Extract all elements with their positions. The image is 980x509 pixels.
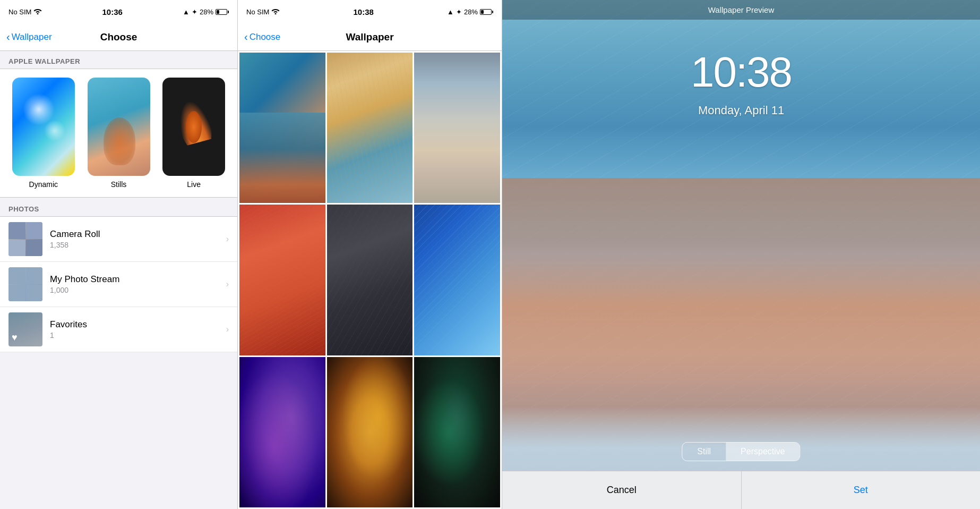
status-bar-left: No SIM — [8, 7, 42, 16]
preview-date: Monday, April 11 — [502, 104, 980, 117]
status-bar-panel2: No SIM 10:38 ▲ ✦ 28% — [238, 0, 502, 23]
battery-percent-p2: 28% — [464, 8, 478, 16]
bluetooth-icon: ✦ — [192, 8, 197, 16]
camera-roll-count: 1,358 — [50, 241, 226, 249]
photo-album-camera-roll[interactable]: Camera Roll 1,358 › — [0, 217, 237, 262]
panel-wallpaper-grid: No SIM 10:38 ▲ ✦ 28% ‹ Choose Wallpaper — [238, 0, 502, 509]
wallpaper-image-grid — [238, 51, 502, 509]
status-bar-time-panel1: 10:36 — [102, 7, 123, 16]
battery-icon-p2 — [480, 9, 493, 15]
nav-bar-panel2: ‹ Choose Wallpaper — [238, 23, 502, 51]
wifi-icon — [33, 7, 42, 16]
photo-stream-thumb-bg — [8, 267, 42, 301]
photo-stream-info: My Photo Stream 1,000 — [50, 274, 226, 294]
live-label: Live — [187, 180, 201, 189]
preview-title-text: Wallpaper Preview — [708, 5, 775, 14]
back-button-panel2[interactable]: ‹ Choose — [244, 31, 280, 43]
wallpaper-cell-1[interactable] — [239, 53, 325, 203]
set-button[interactable]: Set — [742, 471, 981, 509]
back-label: Wallpaper — [12, 32, 52, 43]
camera-roll-info: Camera Roll 1,358 — [50, 229, 226, 249]
page-title-panel2: Wallpaper — [346, 31, 393, 43]
photo-stream-thumb — [8, 267, 42, 301]
favorites-thumb: ♥ — [8, 312, 42, 346]
live-thumb-bg — [162, 78, 225, 176]
wallpaper-cell-3[interactable] — [414, 53, 500, 203]
wallpaper-cell-5[interactable] — [327, 205, 413, 355]
battery-tip-p2 — [492, 11, 493, 13]
toggle-perspective-button[interactable]: Perspective — [726, 443, 800, 461]
wallpaper-type-dynamic[interactable]: Dynamic — [8, 78, 79, 189]
bluetooth-icon-p2: ✦ — [456, 8, 462, 16]
cancel-button[interactable]: Cancel — [502, 471, 741, 509]
favorites-thumb-bg: ♥ — [8, 312, 42, 346]
wallpaper-type-grid: Dynamic Stills Live — [0, 69, 237, 198]
wallpaper-cell-4[interactable] — [239, 205, 325, 355]
photos-section-header: PHOTOS — [0, 198, 237, 216]
stills-thumb-bg — [88, 78, 150, 176]
preview-title-bar: Wallpaper Preview — [502, 0, 980, 20]
panel-wallpaper-preview: Wallpaper Preview 10:38 Monday, April 11… — [502, 0, 980, 509]
camera-roll-chevron: › — [226, 234, 229, 244]
status-bar-right-panel1: ▲ ✦ 28% — [183, 8, 229, 16]
photo-stream-name: My Photo Stream — [50, 274, 226, 285]
photo-stream-chevron: › — [226, 279, 229, 289]
panel-choose-wallpaper: No SIM 10:36 ▲ ✦ 28% ‹ Wallpaper Choose … — [0, 0, 238, 509]
battery-icon — [216, 9, 229, 15]
wallpaper-type-live[interactable]: Live — [159, 78, 229, 189]
favorites-name: Favorites — [50, 319, 226, 330]
no-sim-label: No SIM — [8, 8, 31, 16]
camera-roll-thumb-bg — [8, 222, 42, 256]
wallpaper-type-stills[interactable]: Stills — [84, 78, 154, 189]
dynamic-thumb-bg — [12, 78, 75, 176]
wallpaper-cell-8[interactable] — [327, 357, 413, 507]
toggle-still-button[interactable]: Still — [682, 443, 726, 461]
battery-tip — [228, 11, 229, 13]
page-title-panel1: Choose — [100, 31, 137, 43]
live-thumb — [162, 78, 225, 176]
favorites-count: 1 — [50, 331, 226, 340]
heart-icon: ♥ — [12, 332, 18, 343]
apple-wallpaper-section-header: APPLE WALLPAPER — [0, 51, 237, 69]
battery-body — [216, 9, 227, 15]
svg-point-0 — [37, 13, 39, 15]
preview-bottom-bar: Cancel Set — [502, 471, 980, 509]
wallpaper-cell-6[interactable] — [414, 205, 500, 355]
back-label-p2: Choose — [250, 32, 281, 43]
back-chevron-icon-p2: ‹ — [244, 31, 248, 43]
stills-thumb — [88, 78, 150, 176]
wallpaper-cell-7[interactable] — [239, 357, 325, 507]
wifi-icon-p2 — [271, 7, 280, 16]
status-bar-time-panel2: 10:38 — [354, 7, 374, 16]
battery-fill-p2 — [481, 10, 484, 14]
dynamic-label: Dynamic — [29, 180, 58, 189]
battery-percent: 28% — [200, 8, 213, 16]
no-sim-label-p2: No SIM — [246, 8, 269, 16]
svg-point-1 — [275, 13, 277, 15]
stills-label: Stills — [111, 180, 127, 189]
back-chevron-icon: ‹ — [6, 31, 10, 43]
favorites-info: Favorites 1 — [50, 319, 226, 340]
location-icon-p2: ▲ — [447, 8, 454, 16]
battery-body-p2 — [480, 9, 492, 15]
status-bar-right-p2: ▲ ✦ 28% — [447, 8, 493, 16]
photo-album-favorites[interactable]: ♥ Favorites 1 › — [0, 307, 237, 352]
wallpaper-cell-2[interactable] — [327, 53, 413, 203]
fish-body — [186, 111, 202, 143]
status-bar-panel1: No SIM 10:36 ▲ ✦ 28% — [0, 0, 237, 23]
back-button-panel1[interactable]: ‹ Wallpaper — [6, 31, 52, 43]
favorites-chevron: › — [226, 325, 229, 334]
nav-bar-panel1: ‹ Wallpaper Choose — [0, 23, 237, 51]
fish-shape — [175, 100, 212, 154]
still-perspective-toggle: Still Perspective — [682, 442, 800, 461]
wallpaper-cell-9[interactable] — [414, 357, 500, 507]
battery-fill — [217, 10, 219, 14]
location-icon: ▲ — [183, 8, 190, 16]
camera-roll-name: Camera Roll — [50, 229, 226, 240]
camera-roll-thumb — [8, 222, 42, 256]
preview-clock: 10:38 — [502, 48, 980, 97]
dynamic-thumb — [12, 78, 75, 176]
photo-stream-count: 1,000 — [50, 286, 226, 294]
photo-album-photo-stream[interactable]: My Photo Stream 1,000 › — [0, 262, 237, 307]
status-bar-left-p2: No SIM — [246, 7, 280, 16]
